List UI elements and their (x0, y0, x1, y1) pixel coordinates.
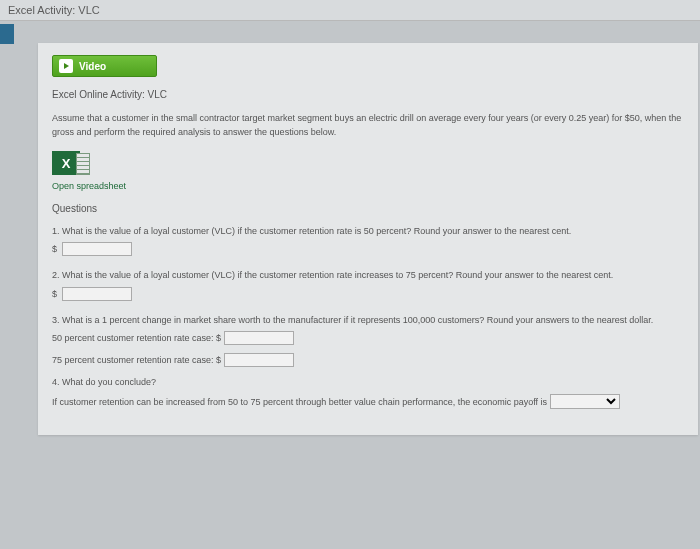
intro-paragraph: Assume that a customer in the small cont… (52, 112, 684, 139)
play-icon (59, 59, 73, 73)
question-3a-label: 50 percent customer retention rate case:… (52, 333, 221, 343)
question-3a-input[interactable] (224, 331, 294, 345)
question-4-sentence: If customer retention can be increased f… (52, 396, 547, 406)
question-3b-label: 75 percent customer retention rate case:… (52, 355, 221, 365)
question-3a-line: 50 percent customer retention rate case:… (52, 331, 684, 345)
questions-heading: Questions (52, 203, 684, 214)
question-1-text: 1. What is the value of a loyal customer… (52, 224, 684, 238)
question-1-input[interactable] (62, 242, 132, 256)
question-3b-line: 75 percent customer retention rate case:… (52, 353, 684, 367)
activity-subtitle: Excel Online Activity: VLC (52, 89, 684, 100)
question-1-input-line: $ (52, 242, 684, 256)
video-tab[interactable]: Video (52, 55, 157, 77)
question-4-select[interactable] (550, 394, 620, 409)
dollar-prefix: $ (52, 289, 57, 299)
excel-icon: X (52, 151, 80, 175)
window-title-bar: Excel Activity: VLC (0, 0, 700, 21)
question-3-text: 3. What is a 1 percent change in market … (52, 313, 684, 327)
question-4-text: 4. What do you conclude? (52, 375, 684, 389)
side-accent (0, 24, 14, 44)
question-3b-input[interactable] (224, 353, 294, 367)
excel-block: X (52, 151, 684, 175)
window-title: Excel Activity: VLC (8, 4, 100, 16)
activity-card: Video Excel Online Activity: VLC Assume … (38, 43, 698, 435)
question-2-input[interactable] (62, 287, 132, 301)
video-tab-label: Video (79, 61, 106, 72)
open-spreadsheet-link[interactable]: Open spreadsheet (52, 181, 684, 191)
question-2-text: 2. What is the value of a loyal customer… (52, 268, 684, 282)
question-4-sentence-line: If customer retention can be increased f… (52, 394, 684, 409)
dollar-prefix: $ (52, 244, 57, 254)
question-2-input-line: $ (52, 287, 684, 301)
